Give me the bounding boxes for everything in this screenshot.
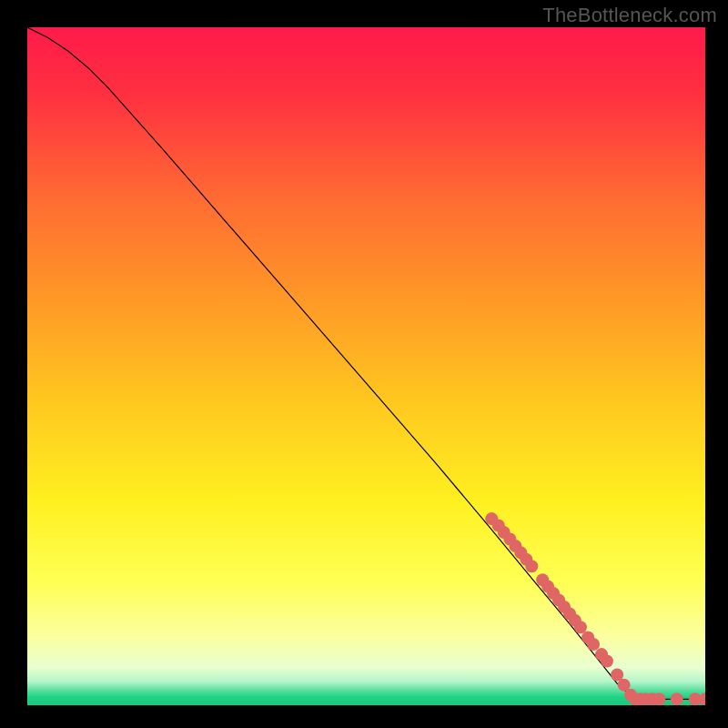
chart-plot-area	[27, 27, 705, 705]
scatter-point	[587, 638, 600, 651]
chart-line	[27, 27, 705, 699]
scatter-point	[671, 693, 683, 705]
chart-overlay	[27, 27, 705, 705]
scatter-point	[601, 655, 613, 668]
scatter-point	[574, 621, 587, 633]
scatter-point	[525, 560, 538, 572]
chart-scatter-points	[485, 512, 705, 705]
scatter-point	[652, 693, 665, 705]
watermark-text: TheBottleneck.com	[542, 4, 717, 27]
